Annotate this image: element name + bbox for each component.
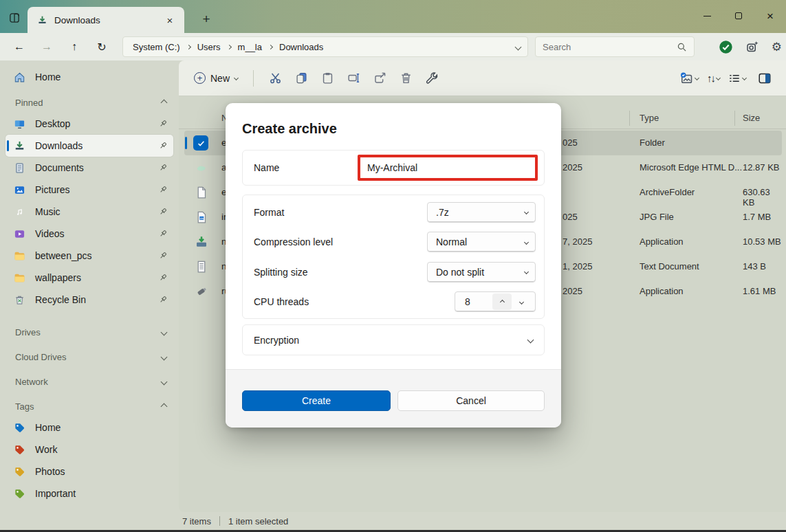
column-header-type[interactable]: Type (640, 113, 659, 123)
sidebar-item-wallpapers[interactable]: wallpapers (6, 267, 173, 289)
sidebar-item-recycle-bin[interactable]: Recycle Bin (6, 289, 173, 311)
copy-button[interactable] (288, 67, 314, 90)
up-button[interactable]: ↑ (63, 36, 85, 58)
chevron-up-icon[interactable] (161, 99, 168, 106)
breadcrumb-drive[interactable]: System (C:) (130, 41, 183, 54)
details-pane-toggle[interactable] (752, 67, 778, 90)
name-field-group: Name (242, 150, 545, 186)
pin-icon[interactable] (158, 295, 168, 304)
cut-button[interactable] (262, 67, 288, 90)
row-checkbox-checked[interactable] (193, 135, 208, 151)
section-header-drives[interactable]: Drives (6, 322, 173, 342)
chevron-down-icon[interactable] (742, 76, 747, 80)
downloads-tab-icon (37, 15, 47, 25)
chevron-down-icon (518, 300, 523, 304)
section-header-pinned[interactable]: Pinned (6, 92, 173, 113)
delete-button[interactable] (393, 67, 419, 90)
sidebar-tag-work[interactable]: Work (6, 439, 173, 461)
sidebar-item-desktop[interactable]: Desktop (6, 113, 173, 135)
pin-icon[interactable] (158, 141, 168, 151)
create-button[interactable]: Create (242, 390, 391, 411)
window-icon (8, 12, 21, 24)
new-tab-button[interactable]: + (197, 10, 216, 29)
date-modified: 025 (563, 137, 578, 148)
cancel-button[interactable]: Cancel (397, 390, 545, 411)
pin-icon[interactable] (158, 119, 168, 129)
minimize-button[interactable] (691, 0, 723, 32)
sidebar-tag-important[interactable]: Important (6, 483, 173, 505)
view-button[interactable] (725, 72, 749, 85)
settings-gear-icon[interactable]: ⚙ (772, 40, 782, 54)
breadcrumb-user[interactable]: m__la (235, 41, 265, 54)
pin-icon[interactable] (158, 251, 168, 261)
tab-list-button[interactable] (6, 9, 23, 27)
sidebar-item-pictures[interactable]: Pictures (6, 179, 173, 201)
splitting-dropdown[interactable]: Do not split (427, 262, 536, 282)
close-button[interactable]: × (754, 0, 786, 32)
compression-dropdown[interactable]: Normal (427, 232, 536, 252)
format-dropdown[interactable]: .7z (427, 202, 536, 223)
maximize-button[interactable] (723, 0, 754, 32)
archive-name-input[interactable] (358, 155, 538, 181)
pin-icon[interactable] (158, 229, 168, 239)
file-type: Text Document (640, 261, 699, 271)
blank-file-icon (195, 186, 208, 199)
column-header-size[interactable]: Size (743, 113, 760, 123)
section-header-network[interactable]: Network (6, 371, 173, 392)
explorer-tab-downloads[interactable]: Downloads × (28, 7, 184, 33)
sidebar-item-downloads[interactable]: Downloads (6, 135, 173, 157)
back-button[interactable]: ← (8, 36, 30, 58)
paste-button[interactable] (314, 67, 340, 90)
paste-icon (321, 71, 334, 85)
sort-button[interactable]: ↑↓ (704, 72, 723, 84)
pin-icon[interactable] (158, 185, 168, 195)
address-dropdown-icon[interactable] (515, 43, 522, 50)
file-size: 12.87 KB (743, 162, 780, 173)
address-bar[interactable]: System (C:) Users m__la Downloads (122, 36, 528, 57)
search-input[interactable] (543, 42, 677, 52)
tab-close-button[interactable]: × (162, 12, 177, 27)
column-separator[interactable] (629, 111, 630, 126)
pin-icon[interactable] (158, 207, 168, 217)
sidebar-item-music[interactable]: Music (6, 201, 173, 223)
sidebar-tag-home[interactable]: Home (6, 417, 173, 439)
encryption-expander[interactable]: Encryption (242, 324, 545, 355)
rename-button[interactable] (340, 67, 367, 90)
name-label: Name (254, 162, 279, 173)
cpu-threads-stepper[interactable]: 8 (455, 291, 536, 312)
chevron-up-icon[interactable] (161, 403, 168, 410)
forward-button[interactable]: → (36, 36, 58, 58)
selection-count: 1 item selected (228, 516, 288, 527)
chevron-down-icon[interactable] (695, 76, 699, 80)
sync-status-icon[interactable] (719, 40, 733, 54)
sidebar-item-documents[interactable]: Documents (6, 157, 173, 179)
cpu-threads-value: 8 (465, 296, 470, 307)
column-separator[interactable] (734, 111, 735, 126)
stepper-down-button[interactable] (512, 293, 531, 310)
cut-icon (269, 71, 282, 85)
breadcrumb-users[interactable]: Users (195, 41, 223, 54)
sidebar-item-between-pcs[interactable]: between_pcs (6, 245, 173, 267)
chevron-down-icon[interactable] (716, 76, 721, 80)
pin-icon[interactable] (158, 163, 168, 173)
share-button[interactable] (367, 67, 393, 90)
chevron-down-icon[interactable] (161, 353, 168, 360)
image-file-icon (195, 210, 208, 224)
search-box[interactable] (535, 36, 695, 57)
new-button[interactable]: + New (187, 68, 245, 88)
refresh-button[interactable]: ↻ (91, 36, 113, 58)
archive-tools-button[interactable] (419, 67, 445, 90)
sidebar-item-home[interactable]: Home (6, 66, 173, 88)
breadcrumb-downloads[interactable]: Downloads (276, 41, 326, 54)
chevron-down-icon[interactable] (161, 329, 168, 335)
pin-icon[interactable] (158, 273, 168, 282)
section-header-cloud-drives[interactable]: Cloud Drives (6, 346, 173, 367)
check-icon (197, 139, 206, 148)
section-header-tags[interactable]: Tags (6, 396, 173, 417)
sidebar-item-videos[interactable]: Videos (6, 223, 173, 245)
ai-actions-icon[interactable] (745, 40, 759, 54)
stepper-up-button[interactable] (492, 293, 512, 310)
chevron-down-icon[interactable] (161, 378, 168, 385)
sidebar-tag-photos[interactable]: Photos (6, 461, 173, 483)
gallery-toggle-button[interactable] (677, 71, 701, 85)
